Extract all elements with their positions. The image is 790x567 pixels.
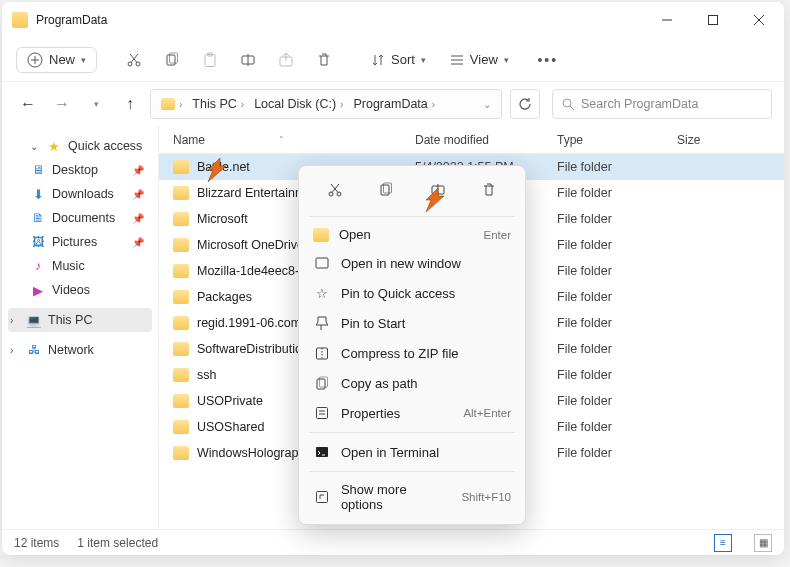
column-date[interactable]: Date modified bbox=[415, 133, 557, 147]
folder-icon bbox=[173, 186, 189, 200]
window-folder-icon bbox=[12, 12, 28, 28]
search-input[interactable]: Search ProgramData bbox=[552, 89, 772, 119]
new-label: New bbox=[49, 52, 75, 67]
svg-line-10 bbox=[130, 54, 137, 63]
zip-icon bbox=[313, 344, 331, 362]
context-open-new-window[interactable]: Open in new window bbox=[305, 248, 519, 278]
sort-indicator-icon: ˄ bbox=[279, 135, 284, 145]
cell-type: File folder bbox=[557, 212, 677, 226]
status-selected: 1 item selected bbox=[77, 536, 158, 550]
sort-icon bbox=[371, 53, 385, 67]
maximize-button[interactable] bbox=[690, 2, 736, 38]
column-name[interactable]: Name ˄ bbox=[159, 133, 415, 147]
new-button[interactable]: New ▾ bbox=[16, 47, 97, 73]
context-compress-zip[interactable]: Compress to ZIP file bbox=[305, 338, 519, 368]
cell-type: File folder bbox=[557, 160, 677, 174]
address-folder-icon bbox=[161, 98, 175, 110]
properties-icon bbox=[313, 404, 331, 422]
folder-icon bbox=[173, 264, 189, 278]
sort-button[interactable]: Sort ▾ bbox=[361, 48, 436, 71]
copy-button[interactable] bbox=[155, 43, 189, 77]
svg-rect-31 bbox=[316, 258, 328, 268]
forward-button[interactable]: → bbox=[48, 90, 76, 118]
cell-type: File folder bbox=[557, 238, 677, 252]
pin-icon bbox=[313, 314, 331, 332]
sidebar-item-music[interactable]: ♪Music bbox=[8, 254, 152, 278]
recent-button[interactable]: ▾ bbox=[82, 90, 110, 118]
context-copy-button[interactable] bbox=[370, 176, 402, 204]
sidebar-quick-access[interactable]: ⌄ ★ Quick access bbox=[8, 134, 152, 158]
context-cut-button[interactable] bbox=[319, 176, 351, 204]
window-icon bbox=[313, 254, 331, 272]
pin-icon: 📌 bbox=[132, 165, 144, 176]
up-button[interactable]: ↑ bbox=[116, 90, 144, 118]
cell-type: File folder bbox=[557, 342, 677, 356]
context-menu: OpenEnter Open in new window ☆Pin to Qui… bbox=[298, 165, 526, 525]
svg-rect-36 bbox=[317, 408, 328, 419]
share-button[interactable] bbox=[269, 43, 303, 77]
sidebar-item-pictures[interactable]: 🖼Pictures📌 bbox=[8, 230, 152, 254]
folder-icon bbox=[173, 368, 189, 382]
pictures-icon: 🖼 bbox=[30, 234, 46, 250]
more-options-icon bbox=[313, 488, 331, 506]
sidebar-item-desktop[interactable]: 🖥Desktop📌 bbox=[8, 158, 152, 182]
cell-type: File folder bbox=[557, 420, 677, 434]
svg-line-25 bbox=[332, 184, 339, 193]
back-button[interactable]: ← bbox=[14, 90, 42, 118]
sidebar-item-videos[interactable]: ▶Videos bbox=[8, 278, 152, 302]
context-copy-path[interactable]: Copy as path bbox=[305, 368, 519, 398]
window-title: ProgramData bbox=[36, 13, 107, 27]
cell-type: File folder bbox=[557, 290, 677, 304]
pc-icon: 💻 bbox=[26, 312, 42, 328]
terminal-icon bbox=[313, 443, 331, 461]
folder-icon bbox=[173, 290, 189, 304]
context-open[interactable]: OpenEnter bbox=[305, 221, 519, 248]
folder-icon bbox=[173, 316, 189, 330]
context-pin-quick-access[interactable]: ☆Pin to Quick access bbox=[305, 278, 519, 308]
close-button[interactable] bbox=[736, 2, 782, 38]
music-icon: ♪ bbox=[30, 258, 46, 274]
folder-icon bbox=[173, 394, 189, 408]
sidebar-item-documents[interactable]: 🗎Documents📌 bbox=[8, 206, 152, 230]
documents-icon: 🗎 bbox=[30, 210, 46, 226]
column-type[interactable]: Type bbox=[557, 133, 677, 147]
folder-icon bbox=[173, 420, 189, 434]
network-icon: 🖧 bbox=[26, 342, 42, 358]
rename-button[interactable] bbox=[231, 43, 265, 77]
pin-icon: 📌 bbox=[132, 237, 144, 248]
address-dropdown-icon[interactable]: ⌄ bbox=[479, 99, 495, 110]
column-size[interactable]: Size bbox=[677, 133, 784, 147]
cell-type: File folder bbox=[557, 264, 677, 278]
sidebar-this-pc[interactable]: › 💻 This PC bbox=[8, 308, 152, 332]
address-bar[interactable]: › This PC › Local Disk (C:) › ProgramDat… bbox=[150, 89, 502, 119]
desktop-icon: 🖥 bbox=[30, 162, 46, 178]
sidebar-network[interactable]: › 🖧 Network bbox=[8, 338, 152, 362]
breadcrumb-segment: Local Disk (C:) › bbox=[250, 95, 347, 113]
pin-icon: 📌 bbox=[132, 189, 144, 200]
status-count: 12 items bbox=[14, 536, 59, 550]
icons-view-toggle[interactable]: ▦ bbox=[754, 534, 772, 552]
annotation-arrow-delete bbox=[414, 182, 450, 218]
refresh-button[interactable] bbox=[510, 89, 540, 119]
more-button[interactable]: ••• bbox=[531, 43, 565, 77]
context-properties[interactable]: PropertiesAlt+Enter bbox=[305, 398, 519, 428]
details-view-toggle[interactable]: ≡ bbox=[714, 534, 732, 552]
folder-icon bbox=[173, 212, 189, 226]
cut-button[interactable] bbox=[117, 43, 151, 77]
paste-button[interactable] bbox=[193, 43, 227, 77]
sidebar-item-downloads[interactable]: ⬇Downloads📌 bbox=[8, 182, 152, 206]
context-show-more[interactable]: Show more optionsShift+F10 bbox=[305, 476, 519, 518]
context-open-terminal[interactable]: Open in Terminal bbox=[305, 437, 519, 467]
svg-line-9 bbox=[131, 54, 138, 63]
folder-icon bbox=[173, 238, 189, 252]
context-pin-start[interactable]: Pin to Start bbox=[305, 308, 519, 338]
context-delete-button[interactable] bbox=[473, 176, 505, 204]
downloads-icon: ⬇ bbox=[30, 186, 46, 202]
view-button[interactable]: View ▾ bbox=[440, 48, 519, 71]
delete-button[interactable] bbox=[307, 43, 341, 77]
pin-icon: 📌 bbox=[132, 213, 144, 224]
folder-icon bbox=[173, 160, 189, 174]
svg-rect-40 bbox=[316, 492, 327, 503]
minimize-button[interactable] bbox=[644, 2, 690, 38]
folder-icon bbox=[313, 228, 329, 242]
